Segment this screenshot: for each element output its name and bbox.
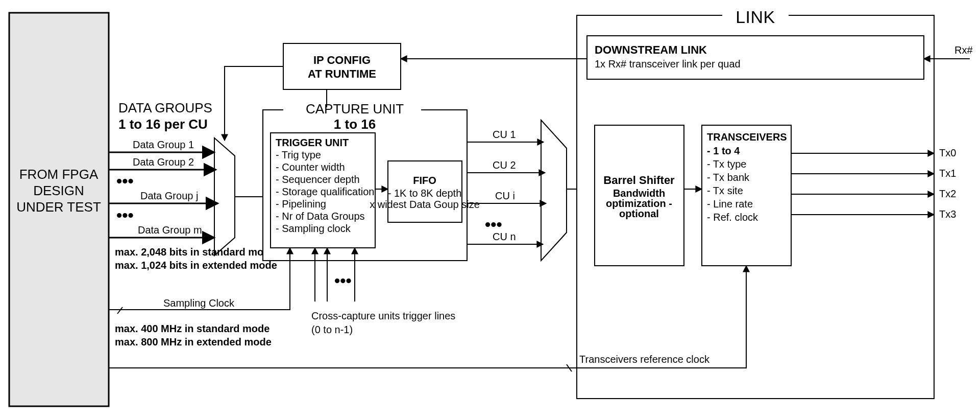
- barrel-shifter-sub1: Bandwidth: [613, 188, 665, 199]
- transceivers-i5: - Ref. clock: [707, 212, 758, 223]
- link-title: LINK: [736, 7, 775, 27]
- data-groups-title-2: 1 to 16 per CU: [118, 117, 208, 132]
- cross-trigger-l2: (0 to n-1): [311, 324, 353, 335]
- trigger-unit-title: TRIGGER UNIT: [276, 137, 349, 148]
- barrel-shifter-sub3: optional: [619, 208, 659, 219]
- cu-output-mux: [541, 120, 567, 261]
- sampling-clock-max-1: max. 400 MHz in standard mode: [115, 323, 270, 334]
- ip-config-l2: AT RUNTIME: [308, 67, 376, 80]
- sampling-clock-label: Sampling Clock: [163, 297, 235, 309]
- fpga-source-l3: UNDER TEST: [16, 199, 101, 215]
- transceivers-i1: - Tx type: [707, 158, 746, 170]
- barrel-shifter-title: Barrel Shifter: [603, 174, 675, 187]
- data-group-arrows: Data Group 1 Data Group 2 ••• Data Group…: [109, 139, 218, 238]
- trigger-item-3: - Storage qualification: [276, 186, 374, 197]
- tx1-label: Tx1: [939, 168, 956, 179]
- downstream-link-sub: 1x Rx# transceiver link per quad: [595, 58, 741, 69]
- fifo-title: FIFO: [413, 175, 436, 186]
- transceivers-i4: - Line rate: [707, 198, 753, 210]
- cu2-label: CU 2: [493, 159, 516, 171]
- tx3-label: Tx3: [939, 208, 956, 220]
- trigger-item-1: - Counter width: [276, 161, 345, 173]
- cu1-label: CU 1: [493, 129, 516, 140]
- data-group-m-label: Data Group m: [138, 224, 202, 236]
- cui-label: CU i: [495, 190, 515, 201]
- trigger-item-5: - Nr of Data Groups: [276, 211, 365, 222]
- barrel-shifter-sub2: optimization -: [606, 198, 672, 209]
- fpga-source-l1: FROM FPGA: [19, 167, 99, 182]
- data-group-mux: [214, 138, 235, 256]
- downstream-link-box: [587, 36, 924, 79]
- rx-label: Rx#: [954, 44, 973, 56]
- ip-config-box: [283, 43, 401, 89]
- sampling-clock-max-2: max. 800 MHz in extended mode: [115, 336, 272, 347]
- cross-trigger-l1: Cross-capture units trigger lines: [311, 310, 455, 321]
- transceivers-i3: - Tx site: [707, 185, 743, 196]
- data-group-1-label: Data Group 1: [133, 139, 194, 150]
- downstream-link-title: DOWNSTREAM LINK: [595, 43, 707, 56]
- trigger-item-6: - Sampling clock: [276, 223, 351, 234]
- ref-clock-label: Transceivers reference clock: [579, 354, 710, 365]
- capture-unit-title: CAPTURE UNIT: [306, 101, 404, 117]
- transceivers-i0: - 1 to 4: [707, 145, 740, 156]
- cun-label: CU n: [493, 231, 516, 242]
- data-group-ellipsis-bottom: •••: [116, 206, 134, 224]
- data-groups-max-1: max. 2,048 bits in standard mode: [115, 246, 276, 258]
- trigger-item-2: - Sequencer depth: [276, 174, 360, 185]
- trigger-item-0: - Trig type: [276, 149, 321, 160]
- tx0-label: Tx0: [939, 147, 956, 158]
- data-groups-max-2: max. 1,024 bits in extended mode: [115, 260, 277, 271]
- cross-trigger-ellipsis: •••: [334, 271, 352, 290]
- fpga-source-l2: DESIGN: [33, 183, 84, 198]
- trigger-item-4: - Pipelining: [276, 198, 326, 210]
- diagram-canvas: FROM FPGA DESIGN UNDER TEST DATA GROUPS …: [0, 0, 980, 418]
- transceivers-i2: - Tx bank: [707, 172, 750, 183]
- ip-config-l1: IP CONFIG: [313, 54, 371, 66]
- tx2-label: Tx2: [939, 188, 956, 199]
- fifo-l1: - 1K to 8K depth: [388, 188, 462, 199]
- transceivers-title: TRANSCEIVERS: [707, 131, 787, 143]
- svg-line-3: [117, 307, 122, 314]
- data-group-j-label: Data Group j: [140, 190, 198, 201]
- capture-unit-sub: 1 to 16: [334, 117, 376, 132]
- data-group-2-label: Data Group 2: [133, 156, 194, 168]
- fifo-l2: x widest Data Goup size: [370, 199, 480, 210]
- data-groups-title-1: DATA GROUPS: [118, 100, 212, 115]
- data-group-ellipsis-top: •••: [116, 172, 134, 190]
